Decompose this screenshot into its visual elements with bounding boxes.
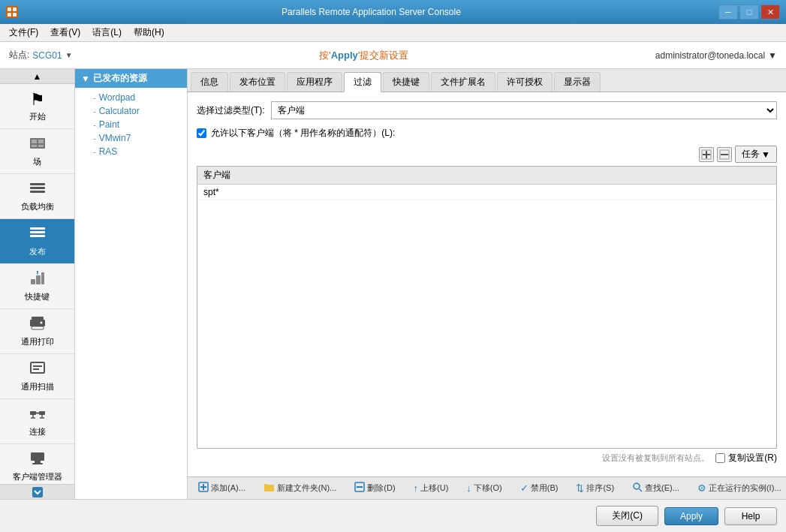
sidebar-item-start[interactable]: ⚑ 开始 (0, 84, 74, 129)
tree-node-paint[interactable]: - Paint (75, 118, 187, 131)
loadbalance-icon (29, 180, 47, 200)
sidebar-item-client-manager[interactable]: 客户端管理器 (0, 444, 74, 484)
sidebar-item-scan[interactable]: 通用扫描 (0, 354, 74, 399)
tree-panel: ▼ 已发布的资源 - Wordpad - Calculator - Paint … (75, 69, 188, 499)
sidebar-item-label-publish: 发布 (29, 246, 46, 257)
tree-node-wordpad[interactable]: - Wordpad (75, 91, 187, 104)
replicate-checkbox[interactable] (715, 453, 725, 463)
tab-file-extension[interactable]: 文件扩展名 (431, 72, 495, 92)
toolbar-running-instances[interactable]: ⚙ 正在运行的实例(I)... (693, 481, 786, 495)
svg-line-49 (640, 489, 643, 492)
print-icon (29, 315, 47, 335)
tree-node-label: Calculator (99, 106, 140, 116)
help-button[interactable]: Help (724, 507, 777, 525)
node-icon: - (93, 93, 96, 102)
bottom-toolbar: 添加(A)... 新建文件夹(N)... 删除 (188, 476, 786, 499)
svg-rect-25 (33, 365, 42, 367)
toolbar-new-folder[interactable]: 新建文件夹(N)... (259, 481, 341, 496)
tree-node-ras[interactable]: - RAS (75, 145, 187, 158)
menu-language[interactable]: 语言(L) (86, 25, 128, 41)
user-info: administrator@toneda.local ▼ (655, 50, 777, 61)
tree-header-label: 已发布的资源 (93, 72, 147, 85)
sidebar-item-farm[interactable]: 场 (0, 129, 74, 174)
move-up-icon: ↑ (414, 482, 419, 494)
close-button[interactable]: 关闭(C) (596, 506, 658, 526)
allow-clients-label: 允许以下客户端（将 * 用作名称的通配符）(L): (211, 127, 395, 140)
toolbar-sort[interactable]: ⇅ 排序(S) (571, 481, 619, 495)
svg-rect-20 (32, 317, 44, 320)
sidebar-scroll-up[interactable]: ▲ (0, 69, 74, 84)
menu-help[interactable]: 帮助(H) (128, 25, 170, 41)
station-dropdown-icon[interactable]: ▼ (65, 51, 73, 59)
maximize-button[interactable]: □ (739, 5, 759, 20)
svg-rect-13 (30, 231, 45, 233)
remove-client-button[interactable] (717, 147, 732, 162)
close-button[interactable]: ✕ (760, 5, 780, 20)
sort-icon: ⇅ (576, 482, 584, 494)
toolbar-move-up-label: 上移(U) (420, 482, 448, 494)
toolbar-add[interactable]: 添加(A)... (194, 480, 250, 496)
publish-icon (29, 225, 47, 245)
tree-node-calculator[interactable]: - Calculator (75, 104, 187, 118)
tree-node-vmwin7[interactable]: - VMwin7 (75, 131, 187, 145)
minimize-button[interactable]: ─ (718, 5, 738, 20)
client-table-inner: 客户端 spt* (197, 167, 776, 200)
svg-rect-1 (13, 8, 17, 11)
svg-rect-6 (38, 140, 44, 143)
tab-application[interactable]: 应用程序 (287, 72, 342, 92)
tasks-label: 任务 (742, 148, 760, 161)
table-area-header: 任务 ▼ (197, 146, 777, 163)
tab-info[interactable]: 信息 (191, 72, 228, 92)
menu-file[interactable]: 文件(F) (3, 25, 44, 41)
table-actions: 任务 ▼ (699, 146, 777, 163)
tasks-dropdown-icon: ▼ (761, 149, 770, 160)
tab-shortcut[interactable]: 快捷键 (383, 72, 429, 92)
toolbar-disable[interactable]: ✓ 禁用(B) (516, 481, 563, 495)
toolbar-add-label: 添加(A)... (211, 482, 245, 494)
svg-point-23 (40, 322, 42, 324)
svg-rect-37 (32, 487, 43, 497)
toolbar-new-folder-label: 新建文件夹(N)... (277, 482, 336, 494)
add-client-button[interactable] (699, 147, 714, 162)
svg-rect-5 (32, 140, 37, 143)
tab-license[interactable]: 许可授权 (497, 72, 553, 92)
menu-bar: 文件(F) 查看(V) 语言(L) 帮助(H) (0, 24, 786, 42)
toolbar-move-down[interactable]: ↓ 下移(O) (462, 481, 506, 495)
apply-notice-suffix: '提交新设置 (358, 50, 408, 61)
sidebar: ▲ ⚑ 开始 场 (0, 69, 75, 499)
filter-type-label: 选择过滤类型(T): (197, 104, 265, 117)
tasks-button[interactable]: 任务 ▼ (735, 146, 777, 163)
scan-icon (29, 360, 47, 380)
user-dropdown-icon[interactable]: ▼ (768, 50, 777, 61)
start-icon: ⚑ (30, 90, 45, 110)
menu-view[interactable]: 查看(V) (44, 25, 86, 41)
toolbar-delete[interactable]: 删除(D) (350, 480, 399, 496)
sidebar-scroll-down[interactable] (0, 484, 74, 499)
top-bar: 站点: SCG01 ▼ 按'Apply'提交新设置 administrator@… (0, 42, 786, 69)
sidebar-item-label-lb: 负载均衡 (21, 201, 54, 212)
sidebar-item-loadbalance[interactable]: 负载均衡 (0, 174, 74, 219)
table-row[interactable]: spt* (197, 185, 776, 200)
sidebar-item-shortcut[interactable]: 快捷键 (0, 264, 74, 309)
toolbar-search[interactable]: 查找(E)... (628, 480, 684, 496)
folder-icon (264, 482, 275, 494)
column-header-client: 客户端 (197, 167, 776, 185)
replicate-label: 复制设置(R) (728, 452, 777, 464)
tab-filter[interactable]: 过滤 (344, 72, 381, 92)
sidebar-item-connection[interactable]: 连接 (0, 399, 74, 444)
disable-icon: ✓ (520, 482, 529, 494)
sidebar-items: ⚑ 开始 场 (0, 84, 74, 484)
svg-rect-39 (703, 154, 710, 155)
filter-type-select[interactable]: 客户端 IP地址 用户 网关 (271, 101, 777, 119)
sidebar-item-print[interactable]: 通用打印 (0, 309, 74, 354)
tab-display[interactable]: 显示器 (554, 72, 601, 92)
sidebar-item-publish[interactable]: 发布 (0, 219, 74, 264)
toolbar-search-label: 查找(E)... (645, 482, 679, 494)
allow-clients-checkbox[interactable] (197, 128, 206, 138)
node-icon: - (93, 134, 96, 143)
toolbar-move-up[interactable]: ↑ 上移(U) (409, 481, 453, 495)
toolbar-move-down-label: 下移(O) (474, 482, 502, 494)
tree-node-label: VMwin7 (99, 133, 131, 143)
apply-button[interactable]: Apply (664, 507, 718, 525)
tab-publish-location[interactable]: 发布位置 (230, 72, 285, 92)
